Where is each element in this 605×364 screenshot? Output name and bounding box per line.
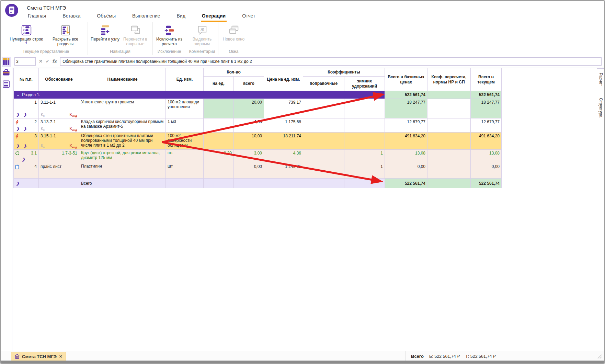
- section-recalc-cell[interactable]: [427, 91, 471, 99]
- cell-price[interactable]: 1 249,81: [264, 163, 303, 179]
- expand-chevron-icon[interactable]: ❯❯: [16, 127, 26, 131]
- cell-total-base[interactable]: 18 247,77: [385, 99, 427, 118]
- cell-basis[interactable]: 1.7-3-51: [39, 150, 79, 163]
- expand-chevron-icon[interactable]: ❯: [22, 157, 25, 162]
- tab-obyomy[interactable]: Объёмы: [96, 13, 117, 22]
- cell-coef-winter[interactable]: [344, 133, 385, 150]
- report-view-icon[interactable]: [2, 80, 11, 90]
- cell-total-current[interactable]: 491 634,20: [471, 133, 502, 150]
- tab-vid[interactable]: Вид: [176, 13, 186, 22]
- tab-glavnaya[interactable]: Главная: [27, 13, 47, 22]
- cell-coef-winter[interactable]: 1: [344, 150, 385, 163]
- expand-chevron-icon[interactable]: ❯❯: [16, 144, 26, 148]
- cell-total-base[interactable]: 0,00: [385, 163, 427, 179]
- grand-total-current[interactable]: 522 561,74: [471, 179, 502, 188]
- cell-name[interactable]: Круг (диск) отрезной, для резки металла,…: [79, 150, 166, 163]
- fx-icon[interactable]: fx: [53, 58, 57, 64]
- resize-grip-icon[interactable]: [597, 354, 602, 359]
- formula-input[interactable]: [60, 57, 602, 66]
- collapse-chevron-icon[interactable]: ⌄: [16, 93, 20, 97]
- cell-total-base[interactable]: 13,08: [385, 150, 427, 163]
- cell-coef-corr[interactable]: [303, 99, 344, 118]
- cell-unit[interactable]: шт.: [166, 150, 204, 163]
- cell-row-num[interactable]: 1 ❯❯: [14, 99, 39, 118]
- grand-total-recalc[interactable]: [427, 179, 471, 188]
- cell-qty-total[interactable]: 4,00: [234, 118, 264, 133]
- cell-name[interactable]: Уплотнение грунта гравием: [79, 99, 166, 118]
- cell-unit[interactable]: шт: [166, 163, 204, 179]
- cell-name[interactable]: Кладка кирпичом кислотоупорным прямым на…: [79, 118, 166, 133]
- cell-qty-per[interactable]: [204, 163, 234, 179]
- tab-vstavka[interactable]: Вставка: [61, 13, 81, 22]
- cell-total-current[interactable]: 18 247,77: [471, 99, 502, 118]
- cell-qty-total[interactable]: 0,00: [234, 163, 264, 179]
- cell-basis[interactable]: [39, 179, 79, 188]
- cell-qty-per[interactable]: [204, 118, 234, 133]
- lightning-icon: [15, 134, 20, 139]
- expand-chevron-icon[interactable]: ❯❯: [16, 113, 26, 117]
- cell-row-num[interactable]: 4: [14, 163, 39, 179]
- section-total-current[interactable]: 522 561,74: [471, 91, 502, 99]
- document-tab[interactable]: Смета ТСН МГЭ ✕: [11, 352, 66, 361]
- cell-row-num[interactable]: 2 ❯❯: [14, 118, 39, 133]
- cell-price[interactable]: 739,17: [264, 99, 303, 118]
- side-tab-structure[interactable]: Структура: [597, 92, 605, 123]
- close-icon[interactable]: ✕: [59, 354, 62, 359]
- tab-otchet[interactable]: Отчет: [241, 13, 256, 22]
- cell-recalc[interactable]: [427, 99, 471, 118]
- cell-total-base[interactable]: 12 679,77: [385, 118, 427, 133]
- cell-qty-per[interactable]: [204, 99, 234, 118]
- cell-coef-winter[interactable]: [344, 99, 385, 118]
- cell-qty-total[interactable]: 10,00: [234, 133, 264, 150]
- cell-total-base[interactable]: 491 634,20: [385, 133, 427, 150]
- cell-row-num[interactable]: 3 ❯❯: [14, 133, 39, 150]
- cell-price[interactable]: 1 175,68: [264, 118, 303, 133]
- cell-unit[interactable]: 1 м3: [166, 118, 204, 133]
- briefcase-view-icon[interactable]: [2, 69, 11, 78]
- cell-price[interactable]: 4,36: [264, 150, 303, 163]
- cell-basis[interactable]: прайс лист: [39, 163, 79, 179]
- cell-total-current[interactable]: 12 679,77: [471, 118, 502, 133]
- cell-qty-per[interactable]: [204, 133, 234, 150]
- cell-qty-per[interactable]: 0,30: [204, 150, 234, 163]
- tab-operacii[interactable]: Операции: [201, 13, 227, 22]
- cell-row-num[interactable]: 3.1 ❯: [14, 150, 39, 163]
- cell-coef-corr[interactable]: [303, 118, 344, 133]
- cell-price[interactable]: 18 211,74: [264, 133, 303, 150]
- cell-unit[interactable]: 100 м2 поверхности облицовки: [166, 133, 204, 150]
- cell-recalc[interactable]: [427, 118, 471, 133]
- cell-qty-total[interactable]: 20,00: [234, 99, 264, 118]
- formula-cancel-icon[interactable]: ✕: [39, 59, 43, 64]
- expand-chevron-icon[interactable]: ❯: [16, 181, 19, 185]
- grand-total-base[interactable]: 522 561,74: [385, 179, 427, 188]
- cell-basis[interactable]: 3.11-1-1 Кп Кинд: [39, 99, 79, 118]
- cell-coef-corr[interactable]: [303, 150, 344, 163]
- section-total-base[interactable]: 522 561,74: [385, 91, 427, 99]
- cell-unit[interactable]: 100 м2 площади уплотнения: [166, 99, 204, 118]
- cell-name[interactable]: Облицовка стен гранитными плитами полиро…: [79, 133, 166, 150]
- kind-coefficient: Кинд: [69, 144, 77, 149]
- cell-coef-corr[interactable]: [303, 163, 344, 179]
- section-cell[interactable]: ⌄Раздел 1.: [14, 91, 385, 99]
- cell-coef-winter[interactable]: [344, 118, 385, 133]
- section-row[interactable]: ⌄Раздел 1. 522 561,74 522 561,74: [14, 91, 502, 99]
- cell-recalc[interactable]: [427, 163, 471, 179]
- row-reference-input[interactable]: [14, 57, 36, 66]
- cell-qty-total[interactable]: 3,00: [234, 150, 264, 163]
- tab-vypolnenie[interactable]: Выполнение: [131, 13, 161, 22]
- formula-accept-icon[interactable]: ✓: [46, 59, 49, 64]
- dropdown-caret-icon[interactable]: ▼: [25, 42, 28, 45]
- cell-total-current[interactable]: 13,08: [471, 150, 502, 163]
- cell-basis[interactable]: 3.13-7-1 Кп Кинд: [39, 118, 79, 133]
- cell-name[interactable]: Пластилин: [79, 163, 166, 179]
- cell-total-current[interactable]: 0,00: [471, 163, 502, 179]
- cell-row-num[interactable]: ❯: [14, 179, 39, 188]
- side-tab-calculation[interactable]: Расчет: [597, 68, 605, 90]
- cell-recalc[interactable]: [427, 133, 471, 150]
- cell-recalc[interactable]: [427, 150, 471, 163]
- grand-total-row: ❯ Всего 522 561,74 522 561,74: [14, 179, 502, 188]
- estimate-view-icon[interactable]: [2, 57, 11, 67]
- cell-coef-corr[interactable]: [303, 133, 344, 150]
- cell-basis[interactable]: 3.15-1-1 Кп Кинд: [39, 133, 79, 150]
- cell-coef-winter[interactable]: 1: [344, 163, 385, 179]
